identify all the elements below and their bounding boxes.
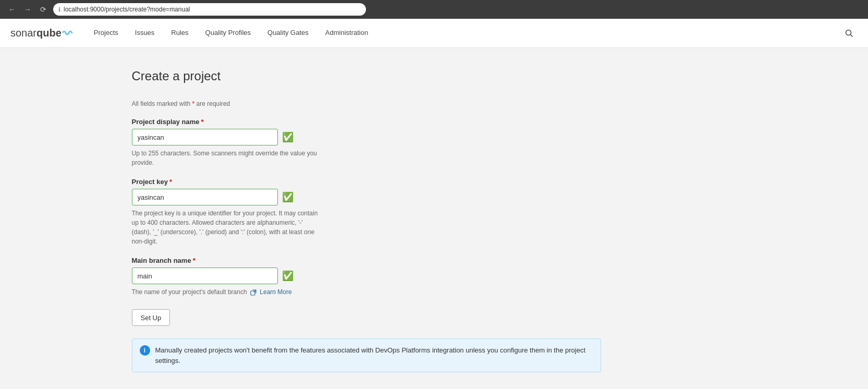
svg-line-1 bbox=[851, 34, 853, 37]
reload-button[interactable]: ⟳ bbox=[38, 4, 49, 15]
nav-item-projects[interactable]: Projects bbox=[85, 19, 127, 48]
search-button[interactable] bbox=[841, 25, 858, 42]
setup-button[interactable]: Set Up bbox=[132, 309, 170, 326]
branch-name-label: Main branch name* bbox=[132, 257, 737, 264]
project-key-hint: The project key is a unique identifier f… bbox=[132, 209, 320, 246]
nav-item-quality-gates[interactable]: Quality Gates bbox=[259, 19, 317, 48]
required-notice: All fields marked with * are required bbox=[132, 100, 737, 107]
required-asterisk: * bbox=[192, 100, 195, 107]
branch-name-input-wrapper: ✅ bbox=[132, 268, 737, 284]
project-key-group: Project key* ✅ The project key is a uniq… bbox=[132, 178, 737, 246]
info-banner-text: Manually created projects won't benefit … bbox=[155, 345, 593, 366]
logo[interactable]: sonarqube bbox=[10, 27, 73, 39]
browser-chrome: ← → ⟳ ℹ localhost:9000/projects/create?m… bbox=[0, 0, 868, 19]
external-link-icon bbox=[250, 289, 256, 296]
display-name-input-wrapper: ✅ bbox=[132, 129, 737, 145]
project-key-valid-icon: ✅ bbox=[282, 192, 294, 202]
page-title: Create a project bbox=[132, 69, 737, 83]
branch-name-group: Main branch name* ✅ The name of your pro… bbox=[132, 257, 737, 297]
address-bar[interactable]: ℹ localhost:9000/projects/create?mode=ma… bbox=[53, 3, 366, 16]
nav-item-rules[interactable]: Rules bbox=[163, 19, 197, 48]
nav-item-quality-profiles[interactable]: Quality Profiles bbox=[197, 19, 259, 48]
back-button[interactable]: ← bbox=[6, 4, 18, 15]
nav-items: Projects Issues Rules Quality Profiles Q… bbox=[85, 19, 841, 48]
project-key-input-wrapper: ✅ bbox=[132, 189, 737, 205]
logo-text: sonarqube bbox=[10, 27, 62, 39]
display-name-valid-icon: ✅ bbox=[282, 132, 294, 142]
search-icon bbox=[845, 29, 853, 38]
info-banner: i Manually created projects won't benefi… bbox=[132, 338, 601, 372]
info-icon: i bbox=[140, 345, 150, 356]
learn-more-link[interactable]: Learn More bbox=[260, 287, 291, 297]
display-name-group: Project display name* ✅ Up to 255 charac… bbox=[132, 118, 737, 167]
security-icon: ℹ bbox=[58, 6, 60, 13]
logo-wave-icon bbox=[63, 29, 73, 37]
url-text: localhost:9000/projects/create?mode=manu… bbox=[64, 6, 190, 13]
forward-button[interactable]: → bbox=[22, 4, 33, 15]
branch-name-valid-icon: ✅ bbox=[282, 271, 294, 281]
display-name-hint: Up to 255 characters. Some scanners migh… bbox=[132, 149, 320, 167]
branch-name-input[interactable] bbox=[132, 268, 278, 284]
nav-item-issues[interactable]: Issues bbox=[127, 19, 163, 48]
main-content: Create a project All fields marked with … bbox=[121, 48, 747, 389]
branch-name-hint: The name of your project's default branc… bbox=[132, 287, 320, 297]
project-key-input[interactable] bbox=[132, 189, 278, 205]
top-navigation: sonarqube Projects Issues Rules Quality … bbox=[0, 19, 868, 48]
display-name-input[interactable] bbox=[132, 129, 278, 145]
project-key-label: Project key* bbox=[132, 178, 737, 186]
display-name-label: Project display name* bbox=[132, 118, 737, 126]
nav-item-administration[interactable]: Administration bbox=[317, 19, 376, 48]
